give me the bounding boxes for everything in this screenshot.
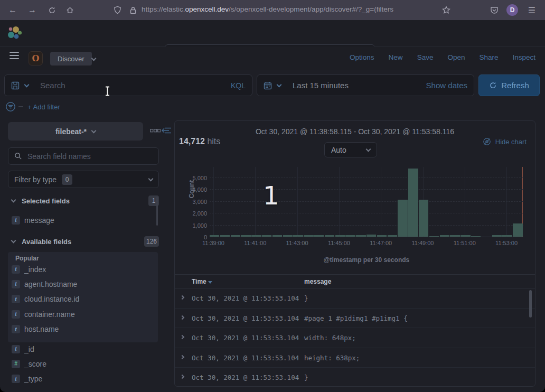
field-item-_id[interactable]: t_id [8, 342, 156, 356]
connection-lock-button[interactable] [127, 4, 139, 16]
column-header-time[interactable]: Time [192, 278, 206, 285]
time-picker[interactable]: Last 15 minutes Show dates [257, 74, 474, 96]
gridline [210, 189, 523, 190]
browser-back-button[interactable]: ← [6, 4, 19, 16]
collapse-sidebar-icon[interactable] [162, 126, 172, 135]
x-axis-title: @timestamp per 30 seconds [210, 256, 523, 264]
refresh-button[interactable]: Refresh [478, 74, 540, 96]
breadcrumb-discover[interactable]: Discover [50, 52, 92, 66]
interval-value: Auto [331, 146, 346, 154]
field-search-box[interactable]: Search field names [8, 147, 159, 165]
gridline [339, 167, 340, 237]
field-item-agent.hostname[interactable]: tagent.hostname [8, 277, 156, 291]
pocket-icon [490, 6, 499, 14]
expand-row-icon[interactable] [180, 335, 184, 339]
expand-row-icon[interactable] [180, 375, 184, 379]
calendar-icon [264, 81, 272, 90]
histogram-bar-11:53:30 [513, 223, 522, 237]
gridline [210, 225, 523, 226]
x-tick-label: 11:39:00 [195, 240, 232, 246]
browser-home-button[interactable] [63, 4, 76, 16]
nav-action-options[interactable]: Options [350, 53, 374, 61]
show-dates-link[interactable]: Show dates [426, 81, 467, 90]
gridline [255, 167, 256, 237]
nav-menu-button[interactable] [10, 55, 19, 56]
histogram-bar-11:47:00 [377, 235, 387, 237]
field-item-container.name[interactable]: tcontainer.name [8, 307, 156, 321]
hits-label: hits [207, 137, 220, 146]
histogram-interval-select[interactable]: Auto [324, 142, 377, 157]
text-field-icon: t [12, 310, 20, 319]
doc-table-header: Time message [175, 274, 535, 288]
nav-action-share[interactable]: Share [479, 53, 498, 61]
field-item-_index[interactable]: t_index [8, 262, 156, 276]
hits-number: 14,712 [179, 137, 205, 146]
filter-by-type-select[interactable]: Filter by type 0 [8, 171, 159, 188]
nav-action-new[interactable]: New [389, 53, 403, 61]
hide-chart-link[interactable]: Hide chart [483, 137, 527, 146]
kibana-header: elastic e [0, 20, 545, 46]
text-field-icon: t [12, 375, 20, 383]
table-row[interactable]: Oct 30, 2021 @ 11:53:53.104} [175, 288, 535, 309]
sidebar-scrollbar[interactable] [156, 197, 158, 226]
add-filter-link[interactable]: + Add filter [27, 103, 60, 111]
number-field-icon: # [12, 360, 20, 368]
filter-menu-button[interactable] [5, 101, 16, 112]
time-range-value[interactable]: Last 15 minutes [293, 81, 349, 90]
histogram-bar-11:41:30 [262, 235, 271, 237]
kql-toggle[interactable]: KQL [231, 81, 246, 90]
browser-forward-button[interactable]: → [26, 4, 39, 16]
interval-chevron-icon [366, 146, 371, 152]
tracking-shield-button[interactable] [111, 4, 124, 16]
search-query-placeholder[interactable]: Search [40, 81, 65, 90]
field-item-_score[interactable]: #_score [8, 357, 156, 371]
table-row[interactable]: Oct 30, 2021 @ 11:53:53.104height: 638px… [175, 348, 535, 368]
nav-action-inspect[interactable]: Inspect [512, 53, 535, 61]
selected-fields-header[interactable]: Selected fields 1 [8, 195, 159, 207]
table-row[interactable]: Oct 30, 2021 @ 11:53:53.104width: 648px; [175, 328, 535, 348]
field-settings-icon[interactable] [150, 128, 161, 133]
table-row[interactable]: Oct 30, 2021 @ 11:53:53.104} [175, 368, 535, 387]
bookmark-star-button[interactable] [440, 4, 453, 16]
expand-row-icon[interactable] [180, 355, 184, 359]
y-tick-label: 5,000 [182, 175, 207, 181]
field-item-host.name[interactable]: thost.name [8, 322, 156, 337]
space-avatar[interactable]: O [29, 51, 43, 66]
sort-desc-icon[interactable] [208, 281, 212, 284]
x-tick-label: 11:51:00 [446, 240, 483, 246]
field-item-message[interactable]: tmessage [8, 213, 156, 227]
refresh-label: Refresh [501, 81, 529, 90]
browser-profile-avatar[interactable]: D [506, 4, 518, 16]
gridline [210, 178, 523, 178]
gridline [210, 201, 523, 202]
field-item-_type[interactable]: t_type [8, 372, 156, 386]
pocket-button[interactable] [488, 4, 501, 16]
url-bar[interactable]: https://elastic.openxcell.dev/s/openxcel… [142, 5, 435, 15]
histogram-bar-11:48:00 [398, 200, 407, 237]
browser-menu-button[interactable]: ☰ [525, 4, 538, 16]
available-fields-header[interactable]: Available fields 126 [8, 236, 159, 247]
popular-label: Popular [15, 255, 39, 262]
eye-slash-icon [483, 137, 491, 146]
doc-table-body: Oct 30, 2021 @ 11:53:53.104}Oct 30, 2021… [175, 288, 535, 387]
histogram-bar-11:50:30 [450, 235, 459, 237]
browser-reload-button[interactable] [45, 4, 58, 16]
histogram-bar-11:39:00 [210, 235, 219, 237]
field-search-placeholder: Search field names [27, 152, 91, 161]
index-pattern-select[interactable]: filebeat-* [8, 122, 143, 141]
expand-row-icon[interactable] [180, 295, 184, 300]
histogram-bar-11:42:30 [283, 235, 293, 237]
nav-action-save[interactable]: Save [417, 53, 434, 61]
field-item-cloud.instance.id[interactable]: tcloud.instance.id [8, 292, 156, 306]
table-row[interactable]: Oct 30, 2021 @ 11:53:53.104#page_1 #p1di… [175, 309, 535, 329]
text-field-icon: t [12, 325, 20, 333]
column-header-message[interactable]: message [304, 278, 331, 285]
time-picker-chevron-icon[interactable] [277, 82, 282, 88]
saved-query-chevron-icon[interactable] [24, 82, 30, 88]
expand-row-icon[interactable] [180, 315, 184, 319]
doc-table-scrollbar[interactable] [529, 290, 532, 318]
available-fields-label: Available fields [22, 238, 71, 246]
kql-search-bar[interactable]: Search KQL [4, 74, 252, 96]
nav-action-open[interactable]: Open [447, 53, 465, 61]
chevron-down-icon [11, 198, 16, 203]
